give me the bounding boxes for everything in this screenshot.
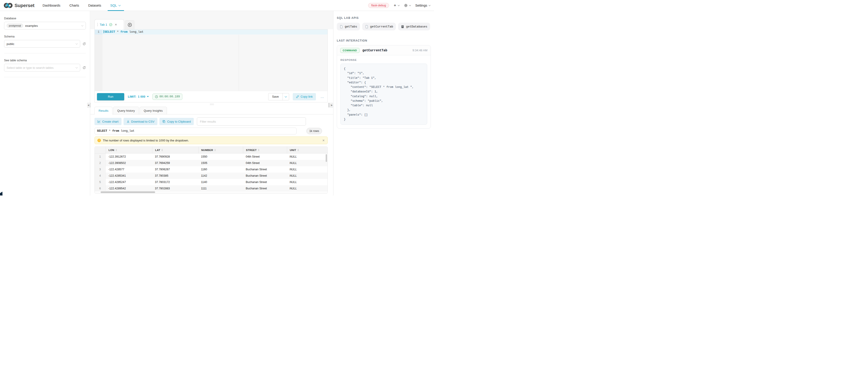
cell-unit: NULL	[287, 166, 328, 172]
column-header-lat[interactable]: LAT	[152, 147, 198, 153]
get-databases-label: getDatabases	[406, 25, 427, 28]
interaction-card-body: RESPONSE { "id": "1", "title": "Tab 1", …	[337, 56, 431, 128]
column-header-lon[interactable]: LON	[105, 147, 152, 153]
caret-down-icon	[147, 96, 149, 97]
copy-link-button[interactable]: Copy link	[293, 93, 316, 100]
schema-select[interactable]: public	[4, 40, 80, 48]
close-tab-icon[interactable]: ✕	[115, 23, 117, 26]
cell-lat: 37.780385	[152, 172, 198, 179]
limit-dropdown[interactable]: LIMIT: 1 000	[128, 95, 149, 98]
cell-street: Buchanan Street	[243, 185, 287, 192]
sql-keyword: from	[120, 30, 127, 34]
table-schema-label: See table schema	[4, 59, 86, 62]
tab-query-history[interactable]: Query history	[113, 107, 139, 115]
new-tab-button[interactable]	[125, 20, 134, 29]
cell-number: 1505	[198, 160, 243, 166]
main-nav: Dashboards Charts Datasets SQL	[42, 0, 120, 11]
copy-clipboard-label: Copy to Clipboard	[167, 120, 191, 123]
cell-lon: -122.4285247	[105, 179, 152, 185]
settings-label: Settings	[415, 4, 427, 7]
sqllab-main-panel: Tab 1 ✕ 1 SELECT * from long_lat	[90, 11, 333, 195]
nav-datasets-label: Datasets	[88, 4, 101, 7]
chevron-down-icon	[118, 4, 121, 6]
database-label: Database	[4, 17, 86, 20]
editor-toolbar: Run LIMIT: 1 000 00:00:00.189 Save	[95, 91, 328, 102]
get-tabs-button[interactable]: getTabs	[337, 23, 360, 30]
results-tabstrip: Results Query history Query Insights	[94, 107, 328, 115]
nav-charts-label: Charts	[69, 4, 79, 7]
nav-sql[interactable]: SQL	[111, 0, 120, 11]
table-select[interactable]: Select table or type to search tables	[4, 64, 80, 71]
table-row: 1 -122.3912672 37.7690928 1550 04th Stre…	[95, 154, 328, 160]
column-header-number[interactable]: NUMBER	[198, 147, 243, 153]
collapse-left-panel-button[interactable]: <	[87, 103, 90, 108]
horizontal-scrollbar[interactable]	[101, 191, 155, 193]
get-current-tab-button[interactable]: getCurrentTab	[362, 23, 396, 30]
settings-menu[interactable]: Settings	[415, 4, 430, 7]
new-item-button[interactable]: +	[394, 3, 399, 7]
collapse-right-panel-button[interactable]: >	[330, 103, 333, 108]
column-label: LON	[108, 149, 114, 152]
download-csv-label: Download to CSV	[131, 120, 155, 123]
save-button[interactable]: Save	[269, 93, 282, 100]
row-number: 2	[95, 160, 105, 166]
tab-results[interactable]: Results	[94, 107, 113, 115]
plus-icon: +	[394, 3, 396, 7]
pane-resize-handle[interactable]	[90, 103, 333, 106]
database-select[interactable]: postgresql examples	[4, 22, 86, 30]
cell-street: 04th Street	[243, 160, 287, 166]
tab-query-insights[interactable]: Query Insights	[140, 107, 167, 115]
interaction-card-header: COMMAND getCurrentTab 9:34:48 AM	[337, 45, 431, 56]
cell-lon: -122.3908502	[105, 160, 152, 166]
column-header-street[interactable]: STREET	[243, 147, 287, 153]
close-icon[interactable]: ✕	[322, 139, 325, 142]
download-csv-button[interactable]: Download to CSV	[124, 118, 158, 125]
query-preview: SELECT * from long_lat	[94, 128, 297, 134]
table-row: 6 -122.4289542 37.7802883 1111 Buchanan …	[95, 185, 328, 192]
cell-lon: -122.3912672	[105, 154, 152, 160]
sort-icon	[161, 149, 163, 151]
success-check-icon	[109, 23, 113, 26]
query-tab[interactable]: Tab 1 ✕	[94, 19, 124, 30]
nav-sql-label: SQL	[111, 4, 117, 7]
cell-lon: -122.428577	[105, 166, 152, 172]
chevron-down-icon	[75, 66, 78, 69]
filter-results-input[interactable]	[197, 118, 306, 126]
theme-toggle-button[interactable]	[404, 4, 411, 7]
superset-logo[interactable]: Superset	[4, 2, 34, 8]
nav-charts[interactable]: Charts	[69, 0, 79, 11]
nav-datasets[interactable]: Datasets	[88, 0, 101, 11]
table-row: 5 -122.4285247 37.7803172 1140 Buchanan …	[95, 179, 328, 185]
response-json: { "id": "1", "title": "Tab 1", "editor":…	[340, 64, 427, 125]
schema-label: Schema	[4, 35, 86, 38]
vertical-scrollbar[interactable]	[326, 154, 327, 162]
save-options-button[interactable]	[282, 93, 289, 100]
copy-link-label: Copy link	[301, 95, 313, 98]
cell-unit: NULL	[287, 172, 328, 179]
warning-icon	[97, 139, 101, 142]
drag-handle-icon[interactable]	[97, 23, 98, 26]
brand-title: Superset	[14, 3, 34, 8]
copy-clipboard-button[interactable]: Copy to Clipboard	[159, 118, 194, 125]
more-options-button[interactable]: …	[319, 95, 325, 99]
get-databases-button[interactable]: getDatabases	[398, 23, 430, 30]
api-buttons: getTabs getCurrentTab getDatabases	[337, 23, 431, 30]
sql-editor-textarea[interactable]: 1 SELECT * from long_lat	[95, 30, 328, 91]
create-chart-button[interactable]: Create chart	[94, 118, 122, 125]
refresh-schemas-button[interactable]	[83, 42, 86, 46]
column-header-unit[interactable]: UNIT	[287, 147, 328, 153]
cell-lat: 37.7803172	[152, 179, 198, 185]
download-icon	[126, 120, 130, 123]
run-button[interactable]: Run	[97, 93, 124, 100]
cell-street: Buchanan Street	[243, 179, 287, 185]
link-icon	[296, 95, 299, 98]
response-label: RESPONSE	[340, 59, 427, 61]
right-pane-scrollbar[interactable]	[329, 103, 329, 107]
nav-dashboards[interactable]: Dashboards	[42, 0, 60, 11]
query-preview-row: SELECT * from long_lat 1k rows	[94, 128, 328, 134]
row-limit-warning: The number of rows displayed is limited …	[94, 136, 328, 144]
clock-icon	[155, 95, 158, 98]
cell-lat: 37.7690928	[152, 154, 198, 160]
cell-number: 1160	[198, 166, 243, 172]
refresh-tables-button[interactable]	[83, 66, 86, 69]
